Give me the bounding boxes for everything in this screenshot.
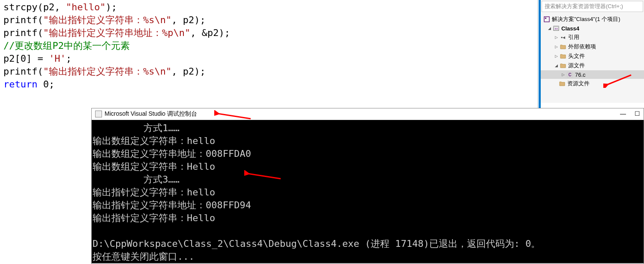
svg-rect-0	[544, 17, 549, 22]
minimize-button[interactable]: —	[620, 110, 626, 117]
code-line: printf("输出指针定义字符串地址：%p\n", &p2);	[3, 27, 534, 39]
code-line: strcpy(p2, "hello");	[3, 1, 534, 14]
console-line: 输出数组定义字符串地址：008FFDA0	[93, 148, 251, 159]
file-label: 76.c	[575, 72, 586, 78]
folder-icon	[560, 62, 566, 69]
console-line: 输出指针定义字符串：hello	[93, 187, 215, 198]
collapse-icon[interactable]: ◢	[554, 63, 559, 68]
resources-label: 资源文件	[567, 80, 590, 87]
folder-icon	[560, 43, 566, 50]
console-titlebar[interactable]: Microsoft Visual Studio 调试控制台 — ☐	[92, 108, 644, 120]
code-line: printf("输出指针定义字符串：%s\n", p2);	[3, 65, 534, 78]
maximize-button[interactable]: ☐	[635, 110, 640, 117]
code-line: printf("输出指针定义字符串：%s\n", p2);	[3, 14, 534, 27]
tree-solution[interactable]: 解决方案"Class4"(1 个项目)	[541, 15, 644, 24]
console-line: 方式3……	[93, 174, 180, 185]
tree-project[interactable]: ◢ ++ Class4	[541, 24, 644, 33]
tree-headers[interactable]: ▷ 头文件	[541, 51, 644, 61]
project-icon: ++	[553, 25, 560, 32]
tree-references[interactable]: ▷ ▪◂ 引用	[541, 33, 644, 42]
code-line: //更改数组P2中的某一个元素	[3, 39, 534, 52]
code-editor[interactable]: strcpy(p2, "hello"); printf("输出指针定义字符串：%…	[0, 0, 538, 109]
references-label: 引用	[568, 33, 579, 41]
console-line: 输出数组定义字符串：Hello	[93, 161, 215, 172]
search-input[interactable]: 搜索解决方案资源管理器(Ctrl+;)	[542, 1, 643, 12]
svg-text:++: ++	[554, 27, 558, 30]
project-label: Class4	[561, 25, 579, 32]
console-line: D:\CppWorkspace\Class_2\Class4\Debug\Cla…	[93, 238, 540, 249]
expand-icon[interactable]: ▷	[554, 54, 559, 59]
tree-sources[interactable]: ◢ 源文件	[541, 61, 644, 70]
console-line: 输出指针定义字符串地址：008FFD94	[93, 200, 251, 210]
references-icon: ▪◂	[560, 34, 566, 41]
console-window[interactable]: Microsoft Visual Studio 调试控制台 — ☐ 方式1…… …	[91, 108, 644, 264]
folder-icon	[559, 80, 566, 87]
solution-label: 解决方案"Class4"(1 个项目)	[552, 15, 620, 23]
solution-explorer[interactable]: 搜索解决方案资源管理器(Ctrl+;) 解决方案"Class4"(1 个项目) …	[541, 0, 644, 103]
expand-icon[interactable]: ▷	[554, 44, 559, 49]
solution-icon	[543, 16, 550, 23]
svg-rect-1	[545, 18, 546, 19]
expand-icon[interactable]: ▷	[560, 72, 566, 77]
collapse-icon[interactable]: ◢	[547, 26, 552, 31]
folder-icon	[560, 53, 566, 60]
code-line: return 0;	[3, 78, 534, 91]
sources-label: 源文件	[568, 62, 585, 69]
solution-tree[interactable]: 解决方案"Class4"(1 个项目) ◢ ++ Class4 ▷ ▪◂ 引用 …	[541, 13, 644, 90]
tree-file[interactable]: ▷ C 76.c	[541, 70, 644, 79]
console-output[interactable]: 方式1…… 输出数组定义字符串：hello 输出数组定义字符串地址：008FFD…	[92, 120, 644, 263]
editor-border	[537, 0, 541, 109]
console-line: 输出指针定义字符串：Hello	[93, 213, 215, 223]
console-line: 方式1……	[93, 123, 180, 133]
console-line: 输出数组定义字符串：hello	[93, 135, 215, 146]
tree-external[interactable]: ▷ 外部依赖项	[541, 42, 644, 51]
headers-label: 头文件	[568, 52, 585, 60]
code-line: p2[0] = 'H';	[3, 52, 534, 65]
console-line: 按任意键关闭此窗口...	[93, 251, 195, 262]
console-title-text: Microsoft Visual Studio 调试控制台	[105, 110, 197, 118]
tree-resources[interactable]: 资源文件	[541, 79, 644, 88]
console-icon	[95, 111, 102, 117]
external-label: 外部依赖项	[568, 43, 596, 51]
expand-icon[interactable]: ▷	[554, 35, 559, 40]
c-file-icon: C	[566, 71, 573, 78]
